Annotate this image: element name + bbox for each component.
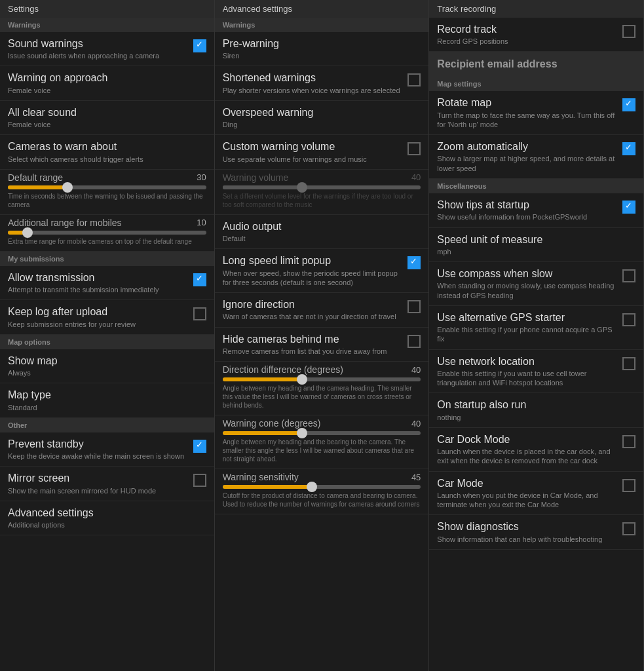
cameras-to-warn-text: Cameras to warn about Select which camer… xyxy=(8,140,206,163)
use-alt-gps-item[interactable]: Use alternative GPS starter Enable this … xyxy=(429,306,643,350)
advanced-settings-subtitle: Additional options xyxy=(8,520,201,529)
warning-sensitivity-value: 45 xyxy=(411,472,421,482)
rotate-map-item[interactable]: Rotate map Turn the map to face the same… xyxy=(429,91,643,135)
custom-warning-volume-title: Custom warning volume xyxy=(223,140,403,153)
keep-log-subtitle: Keep submission entries for your review xyxy=(8,320,188,329)
advanced-settings-item[interactable]: Advanced settings Additional options xyxy=(0,501,214,535)
custom-warning-volume-checkbox[interactable] xyxy=(407,142,421,155)
speed-unit-item[interactable]: Speed unit of measure mph xyxy=(429,228,643,262)
allow-transmission-checkbox[interactable] xyxy=(193,273,206,286)
ignore-direction-checkbox[interactable] xyxy=(407,300,421,313)
hide-cameras-item[interactable]: Hide cameras behind me Remove cameras fr… xyxy=(215,328,429,362)
recipient-email-header: Recipient email address xyxy=(429,52,643,77)
allow-transmission-title: Allow transmission xyxy=(8,271,188,284)
audio-output-item[interactable]: Audio output Default xyxy=(215,215,429,249)
show-map-subtitle: Always xyxy=(8,368,201,377)
zoom-auto-item[interactable]: Zoom automatically Show a larger map at … xyxy=(429,135,643,179)
mirror-screen-subtitle: Show the main screen mirrored for HUD mo… xyxy=(8,486,188,495)
record-track-item[interactable]: Record track Record GPS positions xyxy=(429,18,643,52)
car-mode-checkbox[interactable] xyxy=(622,479,635,492)
mirror-screen-checkbox[interactable] xyxy=(193,474,206,487)
hide-cameras-subtitle: Remove cameras from list that you drive … xyxy=(223,347,403,356)
warning-cone-track[interactable] xyxy=(223,431,421,435)
default-range-label: Default range xyxy=(8,172,63,183)
on-startup-run-item[interactable]: On startup also run nothing xyxy=(429,393,643,427)
warning-on-approach-item[interactable]: Warning on approach Female voice xyxy=(0,66,214,100)
show-tips-checkbox[interactable] xyxy=(622,201,635,214)
direction-difference-value: 40 xyxy=(411,365,421,375)
show-diagnostics-checkbox[interactable] xyxy=(622,522,635,535)
custom-warning-volume-item[interactable]: Custom warning volume Use separate volum… xyxy=(215,135,429,169)
warning-cone-slider[interactable]: Warning cone (degrees) 40 Angle between … xyxy=(215,415,429,469)
rotate-map-title: Rotate map xyxy=(437,96,617,109)
direction-difference-track[interactable] xyxy=(223,377,421,381)
long-speed-limit-title: Long speed limit popup xyxy=(223,254,403,267)
sound-warnings-text: Sound warnings Issue sound alerts when a… xyxy=(8,37,193,60)
shortened-warnings-checkbox[interactable] xyxy=(407,73,421,86)
show-tips-subtitle: Show useful information from PocketGPSwo… xyxy=(437,212,617,221)
mirror-screen-item[interactable]: Mirror screen Show the main screen mirro… xyxy=(0,467,214,501)
sound-warnings-checkbox[interactable] xyxy=(193,39,206,52)
long-speed-limit-checkbox[interactable] xyxy=(407,256,421,269)
warning-sensitivity-desc: Cutoff for the product of distance to ca… xyxy=(223,491,421,508)
warning-cone-desc: Angle between my heading and the bearing… xyxy=(223,438,421,463)
warning-sensitivity-slider[interactable]: Warning sensitivity 45 Cutoff for the pr… xyxy=(215,469,429,514)
show-diagnostics-item[interactable]: Show diagnostics Show information that c… xyxy=(429,515,643,549)
pre-warning-item[interactable]: Pre-warning Siren xyxy=(215,32,429,66)
car-dock-mode-item[interactable]: Car Dock Mode Launch when the device is … xyxy=(429,428,643,472)
zoom-auto-checkbox[interactable] xyxy=(622,142,635,155)
cameras-to-warn-subtitle: Select which cameras should trigger aler… xyxy=(8,155,201,164)
show-diagnostics-subtitle: Show information that can help with trou… xyxy=(437,535,617,544)
pre-warning-title: Pre-warning xyxy=(223,37,416,50)
car-mode-subtitle: Launch when you put the device in Car Mo… xyxy=(437,491,617,510)
show-tips-title: Show tips at startup xyxy=(437,199,617,211)
use-network-location-item[interactable]: Use network location Enable this setting… xyxy=(429,350,643,394)
long-speed-limit-item[interactable]: Long speed limit popup When over speed, … xyxy=(215,249,429,293)
ignore-direction-subtitle: Warn of cameras that are not in your dir… xyxy=(223,312,403,321)
ignore-direction-item[interactable]: Ignore direction Warn of cameras that ar… xyxy=(215,293,429,327)
use-compass-slow-item[interactable]: Use compass when slow When standing or m… xyxy=(429,262,643,306)
direction-difference-slider[interactable]: Direction difference (degrees) 40 Angle … xyxy=(215,362,429,415)
section-warnings-2: Warnings xyxy=(215,18,429,32)
prevent-standby-item[interactable]: Prevent standby Keep the device awake wh… xyxy=(0,432,214,467)
on-startup-run-title: On startup also run xyxy=(437,398,630,411)
warning-volume-slider: Warning volume 40 Set a different volume… xyxy=(215,170,429,215)
cameras-to-warn-item[interactable]: Cameras to warn about Select which camer… xyxy=(0,135,214,169)
all-clear-sound-item[interactable]: All clear sound Female voice xyxy=(0,101,214,135)
show-tips-item[interactable]: Show tips at startup Show useful informa… xyxy=(429,193,643,227)
default-range-track[interactable] xyxy=(8,185,206,189)
keep-log-item[interactable]: Keep log after upload Keep submission en… xyxy=(0,300,214,334)
shortened-warnings-subtitle: Play shorter versions when voice warning… xyxy=(223,86,403,95)
prevent-standby-title: Prevent standby xyxy=(8,438,188,450)
shortened-warnings-item[interactable]: Shortened warnings Play shorter versions… xyxy=(215,66,429,100)
warning-volume-label: Warning volume xyxy=(223,172,289,183)
rotate-map-subtitle: Turn the map to face the same way as you… xyxy=(437,111,617,130)
direction-difference-desc: Angle between my heading and the camera … xyxy=(223,384,421,410)
zoom-auto-title: Zoom automatically xyxy=(437,140,617,153)
on-startup-run-subtitle: nothing xyxy=(437,413,630,422)
rotate-map-checkbox[interactable] xyxy=(622,98,635,111)
use-network-location-checkbox[interactable] xyxy=(622,357,635,370)
warning-on-approach-title: Warning on approach xyxy=(8,71,201,84)
additional-range-track[interactable] xyxy=(8,231,206,235)
hide-cameras-checkbox[interactable] xyxy=(407,335,421,348)
overspeed-warning-item[interactable]: Overspeed warning Ding xyxy=(215,101,429,135)
prevent-standby-checkbox[interactable] xyxy=(193,440,206,453)
car-dock-mode-checkbox[interactable] xyxy=(622,435,635,448)
allow-transmission-item[interactable]: Allow transmission Attempt to transmit t… xyxy=(0,266,214,300)
prevent-standby-subtitle: Keep the device awake while the main scr… xyxy=(8,451,188,461)
use-compass-slow-checkbox[interactable] xyxy=(622,269,635,282)
use-alt-gps-checkbox[interactable] xyxy=(622,313,635,326)
all-clear-sound-subtitle: Female voice xyxy=(8,120,201,129)
warning-sensitivity-track[interactable] xyxy=(223,485,421,489)
show-diagnostics-title: Show diagnostics xyxy=(437,520,617,533)
additional-range-slider[interactable]: Additional range for mobiles 10 Extra ti… xyxy=(0,215,214,252)
sound-warnings-item[interactable]: Sound warnings Issue sound alerts when a… xyxy=(0,32,214,66)
record-track-checkbox[interactable] xyxy=(622,25,635,38)
map-type-item[interactable]: Map type Standard xyxy=(0,383,214,417)
car-mode-item[interactable]: Car Mode Launch when you put the device … xyxy=(429,472,643,516)
show-map-item[interactable]: Show map Always xyxy=(0,349,214,383)
speed-unit-title: Speed unit of measure xyxy=(437,233,630,246)
default-range-slider[interactable]: Default range 30 Time in seconds between… xyxy=(0,170,214,215)
keep-log-checkbox[interactable] xyxy=(193,307,206,320)
